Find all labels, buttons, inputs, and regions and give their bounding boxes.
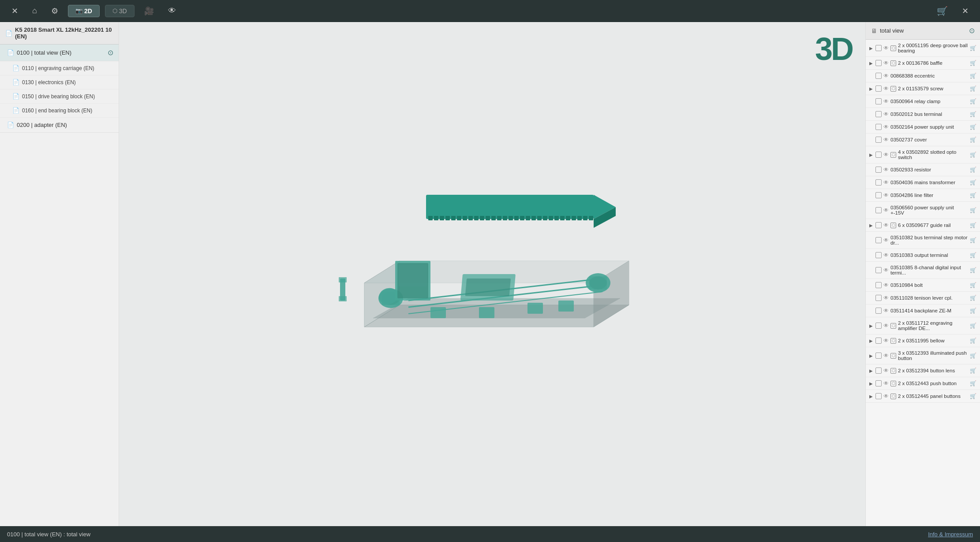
expand-icon[interactable]: ▶ [869,223,874,228]
item-checkbox[interactable] [875,111,882,117]
visibility-icon[interactable]: 👁 [883,179,889,186]
item-checkbox[interactable] [875,267,882,273]
cart-icon[interactable]: 🛒 [970,85,976,92]
cart-icon[interactable]: 🛒 [970,60,976,66]
cart-icon[interactable]: 🛒 [970,353,976,359]
right-list-item[interactable]: 👁03502012 bus terminal🛒 [866,108,980,121]
cart-icon[interactable]: 🛒 [970,207,976,213]
item-checkbox[interactable] [875,380,882,386]
right-list-item[interactable]: 👁03510385 8-chanal digital input termi..… [866,262,980,279]
cart-icon[interactable]: 🛒 [970,393,976,399]
visibility-icon[interactable]: 👁 [883,353,889,359]
expand-icon[interactable]: ▶ [869,152,874,157]
visibility-icon[interactable]: 👁 [883,73,889,79]
cart-icon[interactable]: 🛒 [970,380,976,386]
item-checkbox[interactable] [875,60,882,66]
mode-2d-button[interactable]: 📷 2D [68,5,100,17]
item-checkbox[interactable] [875,368,882,374]
visibility-icon[interactable]: 👁 [883,393,889,399]
cart-icon[interactable]: 🛒 [970,338,976,344]
cart-icon[interactable]: 🛒 [970,124,976,130]
cart-icon[interactable]: 🛒 [970,222,976,228]
expand-icon[interactable]: ▶ [869,61,874,66]
item-checkbox[interactable] [875,295,882,301]
right-list-item[interactable]: 👁03510984 bolt🛒 [866,279,980,292]
sidebar-item-0160[interactable]: 📄 0160 | end bearing block (EN) [0,104,119,118]
visibility-icon[interactable]: 👁 [883,308,889,314]
eye-button[interactable]: 👁 [164,4,180,18]
item-checkbox[interactable] [875,124,882,130]
item-checkbox[interactable] [875,98,882,104]
cart-icon[interactable]: 🛒 [970,192,976,198]
item-checkbox[interactable] [875,237,882,243]
right-list-item[interactable]: ▶👁⬡4 x 03502892 slotted opto switch🛒 [866,146,980,163]
cart-icon[interactable]: 🛒 [970,137,976,143]
right-list-item[interactable]: 👁00868388 eccentric🛒 [866,70,980,82]
visibility-icon[interactable]: 👁 [883,295,889,301]
right-list-item[interactable]: 👁03502164 power supply unit🛒 [866,121,980,134]
visibility-icon[interactable]: 👁 [883,60,889,66]
sidebar-item-0150[interactable]: 📄 0150 | drive bearing block (EN) [0,89,119,104]
cart-icon[interactable]: 🛒 [970,111,976,117]
right-list-item[interactable]: 👁03511028 tenison lever cpl.🛒 [866,292,980,304]
right-list-item[interactable]: ▶👁⬡2 x 03512394 button lens🛒 [866,364,980,377]
visibility-icon[interactable]: 👁 [883,85,889,92]
cart-icon[interactable]: 🛒 [970,282,976,288]
visibility-icon[interactable]: 👁 [883,207,889,213]
visibility-icon[interactable]: 👁 [883,368,889,374]
visibility-icon[interactable]: 👁 [883,137,889,143]
item-checkbox[interactable] [875,192,882,198]
info-link[interactable]: Info & Impressum [928,531,973,538]
right-list-item[interactable]: ▶👁⬡2 x 00051195 deep groove ball bearing… [866,40,980,57]
right-list-item[interactable]: ▶👁⬡2 x 03511712 engraving amplifier DE..… [866,317,980,334]
right-list-item[interactable]: 👁03502933 resistor🛒 [866,163,980,176]
right-list-item[interactable]: 👁03502737 cover🛒 [866,134,980,146]
expand-icon[interactable]: ▶ [869,323,874,328]
expand-icon[interactable]: ▶ [869,368,874,373]
visibility-icon[interactable]: 👁 [883,192,889,198]
settings-button[interactable]: ⚙ [47,4,63,19]
expand-icon[interactable]: ▶ [869,381,874,386]
visibility-icon[interactable]: 👁 [883,222,889,228]
cart-icon[interactable]: 🛒 [970,295,976,301]
cart-icon[interactable]: 🛒 [970,308,976,314]
visibility-icon[interactable]: 👁 [883,380,889,386]
visibility-icon[interactable]: 👁 [883,45,889,51]
sidebar-item-0130[interactable]: 📄 0130 | electronics (EN) [0,75,119,89]
cart-icon[interactable]: 🛒 [970,368,976,374]
visibility-icon[interactable]: 👁 [883,152,889,158]
item-checkbox[interactable] [875,222,882,228]
visibility-icon[interactable]: 👁 [883,111,889,117]
cart-button[interactable]: 🛒 [932,3,952,19]
cart-icon[interactable]: 🛒 [970,267,976,273]
visibility-icon[interactable]: 👁 [883,338,889,344]
cart-icon[interactable]: 🛒 [970,98,976,104]
sidebar-item-0200[interactable]: 📄 0200 | adapter (EN) [0,118,119,133]
visibility-icon[interactable]: 👁 [883,167,889,173]
visibility-icon[interactable]: 👁 [883,323,889,329]
right-list-item[interactable]: ▶👁⬡6 x 03509677 guide rail🛒 [866,219,980,232]
right-list-item[interactable]: 👁03506560 power supply unit +-15V🛒 [866,202,980,219]
item-checkbox[interactable] [875,73,882,79]
right-list-item[interactable]: 👁03511414 backplane ZE-M🛒 [866,304,980,317]
expand-icon[interactable]: ▶ [869,394,874,399]
video-button[interactable]: 🎥 [140,4,158,19]
toolbar-close-button[interactable]: ✕ [958,4,973,19]
expand-icon[interactable]: ▶ [869,86,874,91]
mode-3d-button[interactable]: ⬡ 3D [105,5,135,17]
item-checkbox[interactable] [875,207,882,213]
close-button[interactable]: ✕ [7,4,22,19]
item-checkbox[interactable] [875,167,882,173]
right-list-item[interactable]: ▶👁⬡2 x 03511995 bellow🛒 [866,334,980,347]
item-checkbox[interactable] [875,393,882,399]
item-checkbox[interactable] [875,323,882,329]
cart-icon[interactable]: 🛒 [970,73,976,79]
right-list-item[interactable]: ▶👁⬡3 x 03512393 illuminated push button🛒 [866,347,980,364]
item-checkbox[interactable] [875,85,882,92]
expand-icon[interactable]: ▶ [869,46,874,51]
item-checkbox[interactable] [875,179,882,186]
right-list-item[interactable]: 👁03510382 bus terminal step motor dr...🛒 [866,232,980,249]
right-list-item[interactable]: 👁03504286 line filter🛒 [866,189,980,202]
visibility-icon[interactable]: 👁 [883,237,889,243]
cart-icon[interactable]: 🛒 [970,45,976,51]
